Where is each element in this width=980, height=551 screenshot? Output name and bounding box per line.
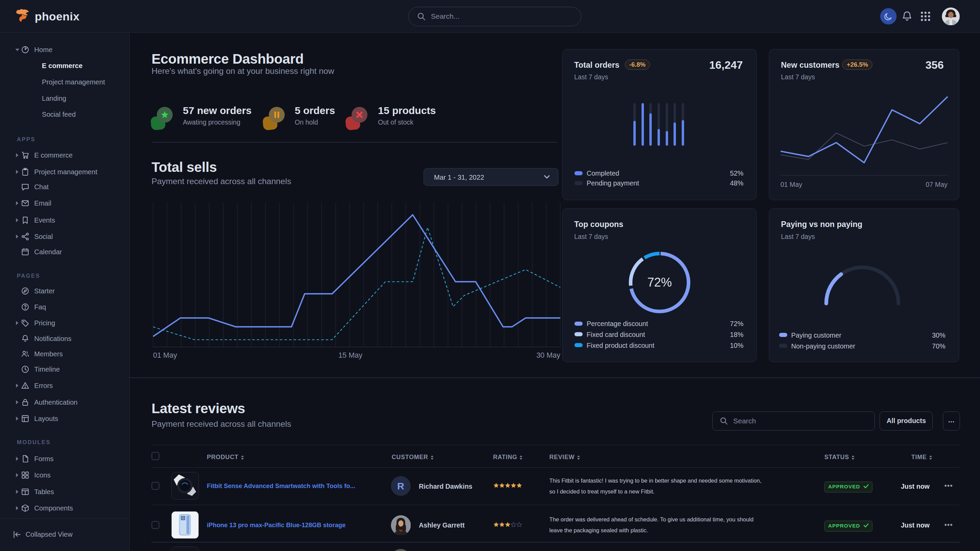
svg-text:72%: 72% bbox=[647, 275, 671, 289]
